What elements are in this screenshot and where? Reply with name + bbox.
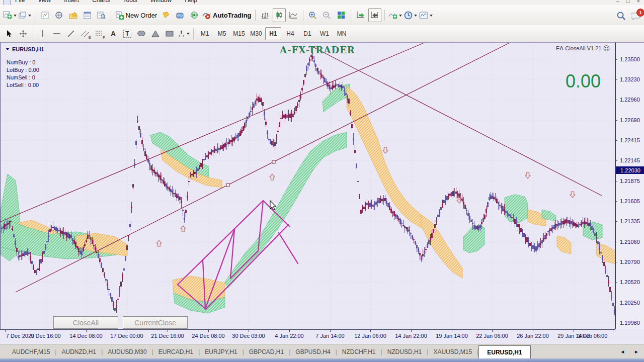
text-label-tool-button[interactable]: T	[121, 27, 134, 41]
maximize-button[interactable]: □	[626, 0, 630, 4]
ea-info-block: NumBuy : 0LotBuy : 0.00NumSell : 0LotSel…	[7, 59, 39, 89]
chart-tab-nzdusd[interactable]: NZDUSD,H1	[382, 344, 427, 359]
current-price-tag: 1.22030	[616, 166, 644, 174]
crosshair-window-button[interactable]	[52, 8, 65, 22]
timeframe-h4[interactable]: H4	[282, 27, 298, 40]
crosshair-tool-button[interactable]	[17, 27, 30, 41]
candlestick-chart-type-button[interactable]	[273, 8, 286, 22]
ea-name-text: EA-CloseAll.V1.21	[556, 45, 602, 51]
menu-file[interactable]: File	[15, 0, 25, 4]
text-tool-button[interactable]: A	[107, 27, 120, 41]
tick-chart-button[interactable]	[38, 8, 51, 22]
price-tick-label: 1.22960	[620, 97, 640, 103]
price-tick-label: 1.21060	[620, 239, 640, 245]
ea-status-sad-icon[interactable]: ☹	[603, 46, 610, 51]
chart-shift-button[interactable]	[368, 8, 381, 22]
arrows-tool-button[interactable]	[177, 27, 190, 41]
bar-chart-type-button[interactable]	[259, 8, 272, 22]
symbol-label[interactable]: EURUSD,H1	[6, 46, 44, 52]
timeframe-mn[interactable]: MN	[334, 27, 350, 40]
price-tick-label: 1.21335	[620, 218, 640, 224]
menu-help[interactable]: Help	[185, 0, 197, 4]
signals-button[interactable]	[188, 8, 201, 22]
date-tick-label: 7 Jan 14:00	[307, 333, 353, 339]
timeframe-m5[interactable]: M5	[214, 27, 230, 40]
chart-tab-eurjpy[interactable]: EURJPY,H1	[200, 344, 242, 359]
chevron-down-icon	[28, 15, 31, 18]
menu-insert[interactable]: Insert	[64, 0, 79, 4]
strategy-tester-button[interactable]	[174, 8, 187, 22]
date-tick-label: 21 Dec 16:00	[145, 333, 190, 339]
rectangle-tool-button[interactable]	[163, 27, 176, 41]
timeframe-m30[interactable]: M30	[248, 27, 264, 40]
ellipse-tool-button[interactable]	[135, 27, 148, 41]
date-tick-label: 3 Feb 06:00	[570, 333, 615, 339]
chart-area[interactable]: EURUSD,H1 NumBuy : 0LotBuy : 0.00NumSell…	[0, 42, 615, 329]
profiles-button[interactable]	[18, 8, 32, 22]
chevron-down-icon	[414, 15, 417, 18]
favorites-button[interactable]	[66, 8, 79, 22]
trendline-tool-button[interactable]	[64, 27, 77, 41]
price-tick-label: 1.21875	[620, 178, 640, 184]
zoom-in-button[interactable]	[306, 8, 319, 22]
current-close-button[interactable]: CurrentClose	[123, 316, 188, 329]
collapse-triangle-icon	[6, 48, 10, 52]
cursor-tool-button[interactable]	[3, 27, 16, 41]
fibonacci-tool-button[interactable]: F	[93, 27, 106, 41]
templates-button[interactable]	[419, 8, 433, 22]
data-window-button[interactable]	[95, 8, 108, 22]
zoom-out-button[interactable]	[320, 8, 334, 22]
tab-scroll-left-icon[interactable]: ◄	[620, 349, 625, 354]
tile-windows-button[interactable]	[335, 8, 348, 22]
new-chart-button[interactable]	[3, 8, 17, 22]
indicators-button[interactable]	[388, 8, 403, 22]
chart-tab-xauusd[interactable]: XAUUSD,M15	[428, 344, 477, 359]
timeframe-w1[interactable]: W1	[316, 27, 333, 40]
triangle-tool-button[interactable]	[149, 27, 162, 41]
close-all-button[interactable]: CloseAll	[53, 316, 118, 329]
equidistant-channel-tool-button[interactable]: E	[78, 27, 92, 41]
search-icon[interactable]	[616, 11, 626, 21]
ea-info-line: NumBuy : 0	[7, 59, 39, 66]
history-center-button[interactable]	[159, 8, 173, 22]
bottom-strip	[0, 358, 644, 362]
menu-charts[interactable]: Charts	[92, 0, 110, 4]
horizontal-line-tool-button[interactable]	[50, 27, 63, 41]
menu-view[interactable]: View	[38, 0, 51, 4]
timeframe-m15[interactable]: M15	[231, 27, 247, 40]
market-watch-button[interactable]	[80, 8, 94, 22]
standard-toolbar: New Order AutoTrading	[0, 5, 644, 26]
chart-tab-audchf[interactable]: AUDCHF,M15	[7, 344, 55, 359]
menu-window[interactable]: Window	[150, 0, 172, 4]
date-tick-label: 14 Dec 08:00	[63, 333, 109, 339]
new-order-button[interactable]: New Order	[114, 8, 158, 22]
menu-tools[interactable]: Tools	[123, 0, 137, 4]
price-axis[interactable]: 1.235001.232301.229601.226901.224151.221…	[615, 42, 644, 329]
tab-scroll-right-icon[interactable]: ►	[634, 349, 639, 354]
autotrading-button[interactable]: AutoTrading	[202, 8, 252, 22]
ea-info-line: LotBuy : 0.00	[7, 66, 39, 74]
chart-tab-eurcad[interactable]: EURCAD,H1	[153, 344, 198, 359]
date-tick-label: 14 Jan 22:00	[388, 333, 434, 339]
auto-scroll-button[interactable]	[354, 8, 367, 22]
date-axis[interactable]: 7 Dec 20209 Dec 16:0014 Dec 08:0017 Dec …	[0, 329, 615, 344]
notifications-chat-icon[interactable]: 1	[631, 12, 641, 21]
chart-tab-audnzd[interactable]: AUDNZD,H1	[56, 344, 101, 359]
profit-display: 0.00	[566, 71, 601, 92]
periods-button[interactable]	[404, 8, 418, 22]
chart-tab-nzdchf[interactable]: NZDCHF,H1	[337, 344, 381, 359]
close-button[interactable]: ×	[637, 0, 640, 4]
new-order-label: New Order	[126, 12, 157, 19]
chart-tab-gbpcad[interactable]: GBPCAD,H1	[244, 344, 289, 359]
chart-tab-audusd[interactable]: AUDUSD,M30	[103, 344, 151, 359]
timeframe-d1[interactable]: D1	[299, 27, 315, 40]
timeframe-m1[interactable]: M1	[197, 27, 213, 40]
text-tool-glyph: A	[111, 30, 116, 38]
chart-tab-gbpusd[interactable]: GBPUSD,H4	[290, 344, 335, 359]
minimize-button[interactable]: –	[616, 0, 619, 4]
label-tool-glyph: T	[123, 30, 131, 38]
vertical-line-tool-button[interactable]	[36, 27, 49, 41]
chart-tab-eurusd[interactable]: EURUSD,H1	[478, 345, 530, 359]
line-chart-type-button[interactable]	[287, 8, 300, 22]
timeframe-h1[interactable]: H1	[265, 27, 281, 40]
